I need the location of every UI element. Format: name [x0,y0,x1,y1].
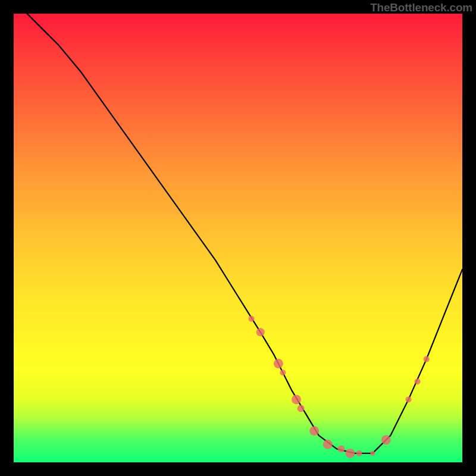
curve-marker [256,328,265,336]
curve-marker [415,378,421,384]
curve-marker [346,449,355,458]
curve-marker [280,369,286,375]
curve-marker [370,451,375,456]
curve-marker [424,356,430,362]
curve-marker [337,445,345,452]
curve-marker [274,359,283,368]
bottleneck-curve [27,14,462,453]
curve-marker [406,396,412,402]
chart-svg-layer [14,14,462,462]
curve-marker [298,405,305,412]
curve-markers-group [249,316,430,458]
curve-marker [356,450,362,456]
curve-marker [309,426,319,436]
chart-frame: TheBottleneck.com [0,0,476,476]
curve-marker [249,316,255,322]
curve-marker [381,435,391,444]
curve-marker [323,440,333,449]
curve-marker [292,394,301,404]
attribution-text: TheBottleneck.com [370,1,472,14]
